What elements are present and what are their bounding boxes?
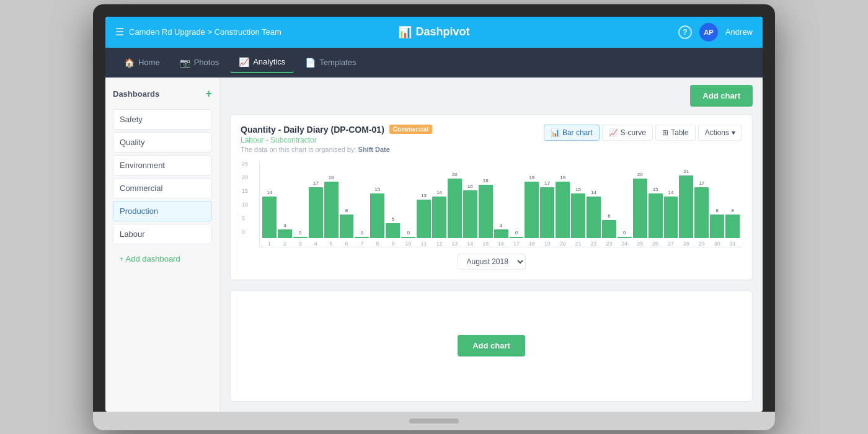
sidebar-add-button[interactable]: + (205, 87, 212, 100)
bar (571, 193, 585, 238)
top-bar-center: 📊 Dashpivot (398, 25, 469, 39)
bar-value-label: 8 (716, 208, 719, 213)
bar (463, 190, 477, 238)
bar-group: 86 (340, 208, 354, 247)
chart-title: Quantity - Daily Diary (DP-COM-01) Comme… (241, 125, 432, 135)
bar-group: 1815 (479, 178, 493, 247)
bar-value-label: 19 (529, 175, 534, 180)
bar-day-label: 15 (482, 241, 489, 247)
bar-value-label: 20 (637, 172, 643, 177)
bar (679, 175, 693, 238)
chart-subtitle: Labour - Subcontractor (241, 136, 432, 144)
nav-photos[interactable]: 📷 Photos (171, 53, 228, 73)
sidebar-item-production[interactable]: Production (113, 201, 212, 221)
bar-group: 03 (293, 230, 308, 247)
bar (401, 237, 415, 238)
bar-day-label: 25 (637, 241, 643, 247)
bar-day-label: 12 (436, 241, 442, 247)
nav-home[interactable]: 🏠 Home (115, 53, 169, 73)
bar-group: 2128 (679, 169, 693, 247)
bar-group: 024 (618, 230, 632, 247)
bar (540, 187, 554, 238)
bar-value-label: 17 (699, 180, 704, 186)
bar (525, 182, 539, 238)
bar-value-label: 0 (623, 230, 626, 236)
bar-day-label: 13 (451, 241, 458, 247)
top-bar: ☰ Camden Rd Upgrade > Construction Team … (105, 17, 763, 48)
bar (278, 229, 292, 238)
bar-value-label: 15 (575, 187, 581, 192)
bar (355, 237, 369, 238)
sidebar-item-quality[interactable]: Quality (113, 132, 212, 153)
bar (324, 182, 339, 238)
commercial-badge: Commercial (389, 125, 432, 134)
bar-group: 830 (710, 208, 724, 247)
bar-value-label: 16 (467, 184, 473, 189)
bar-group: 1311 (417, 193, 431, 247)
hamburger-icon[interactable]: ☰ (115, 26, 124, 38)
add-chart-button[interactable]: Add chart (690, 85, 753, 107)
sidebar-item-environment[interactable]: Environment (113, 155, 212, 175)
bar-day-label: 4 (314, 241, 317, 247)
s-curve-label: S-curve (621, 128, 646, 137)
bar (386, 223, 400, 238)
bar-value-label: 19 (560, 175, 565, 180)
nav-templates[interactable]: 📄 Templates (296, 53, 365, 73)
sidebar-item-commercial[interactable]: Commercial (113, 178, 212, 198)
bar-chart-icon: 📊 (551, 128, 560, 137)
sidebar-item-safety[interactable]: Safety (113, 109, 212, 130)
nav-analytics[interactable]: 📈 Analytics (230, 52, 294, 73)
bar (649, 193, 663, 238)
bar-group: 158 (370, 187, 384, 247)
bar-value-label: 3 (283, 223, 286, 228)
chart-footer: August 2018 (241, 254, 742, 270)
sidebar: Dashboards + Safety Quality Environment … (105, 78, 220, 412)
chart-title-text: Quantity - Daily Diary (DP-COM-01) (241, 125, 384, 135)
actions-button[interactable]: Actions ▾ (698, 125, 742, 141)
chart-meta-key: Shift Date (358, 146, 390, 153)
bar-value-label: 14 (591, 190, 596, 195)
bar-day-label: 16 (498, 241, 504, 247)
bar-value-label: 15 (374, 187, 380, 192)
add-dashboard-button[interactable]: + Add dashboard (113, 249, 212, 268)
sidebar-title: Dashboards (113, 89, 159, 99)
bar-group: 1526 (649, 187, 663, 247)
actions-label: Actions (705, 128, 729, 137)
bar-value-label: 14 (436, 190, 442, 195)
bar-day-label: 30 (714, 241, 720, 247)
bar-value-label: 0 (299, 230, 301, 236)
table-view-btn[interactable]: ⊞ Table (655, 125, 696, 141)
nav-bar: 🏠 Home 📷 Photos 📈 Analytics 📄 Templates (105, 48, 763, 78)
bar-value-label: 15 (653, 187, 658, 192)
bar (309, 187, 323, 238)
bar-day-label: 17 (513, 241, 520, 247)
sidebar-item-labour[interactable]: Labour (113, 224, 212, 244)
bar-group: 2025 (633, 172, 647, 247)
bar (587, 197, 601, 238)
bar-day-label: 20 (560, 241, 566, 247)
bar-group: 1920 (556, 175, 570, 247)
help-button[interactable]: ? (678, 25, 692, 39)
bar-group: 1521 (571, 187, 585, 247)
bar-chart: 1413203174195860715859010131114122013161… (259, 161, 742, 247)
add-chart-center-button[interactable]: Add chart (458, 335, 525, 356)
chart-meta: The data on this chart is organised by: … (241, 146, 432, 153)
bar (262, 197, 277, 238)
month-select[interactable]: August 2018 (458, 254, 526, 270)
bar-group: 32 (278, 223, 292, 247)
bar-chart-view-btn[interactable]: 📊 Bar chart (544, 125, 600, 141)
bar-group: 017 (510, 230, 524, 247)
chart-icon: 📊 (398, 25, 412, 39)
bar-value-label: 0 (361, 230, 363, 236)
bar-day-label: 10 (405, 241, 412, 247)
s-curve-icon: 📈 (609, 128, 618, 137)
bar-value-label: 8 (345, 208, 348, 213)
home-icon: 🏠 (124, 58, 135, 68)
bar (479, 185, 493, 238)
bar-chart-container: 25 20 15 10 5 0 141320317419586071585901… (241, 161, 742, 270)
bar-day-label: 19 (544, 241, 551, 247)
bar-group: 1427 (664, 190, 678, 247)
bar-value-label: 3 (500, 223, 502, 228)
s-curve-view-btn[interactable]: 📈 S-curve (602, 125, 653, 141)
bar (710, 215, 724, 238)
